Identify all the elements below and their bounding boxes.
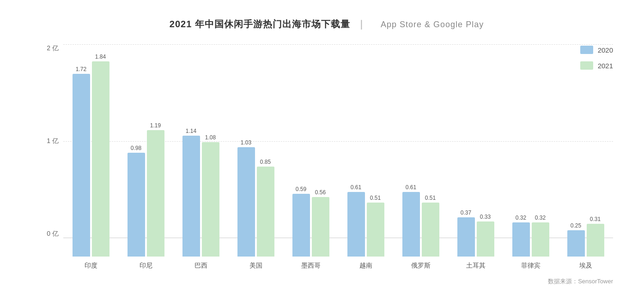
bar-value-2021: 1.84 [95, 54, 106, 60]
bar-2021 [92, 61, 109, 257]
title-separator: ｜ [357, 19, 366, 29]
bar-value-2021: 0.51 [370, 195, 381, 201]
chart-container: 2021 年中国休闲手游热门出海市场下载量 ｜ App Store & Goog… [12, 9, 632, 290]
chart-area: 2 亿 1 亿 0 亿 1.721.840.981.191.141.081.03… [40, 44, 613, 257]
bar-wrapper-2021: 0.85 [257, 44, 274, 257]
bar-wrapper-2020: 0.61 [347, 44, 365, 257]
bar-group: 0.981.19 [118, 44, 173, 257]
x-labels: 印度印尼巴西美国墨西哥越南俄罗斯土耳其菲律宾埃及 [63, 262, 613, 270]
data-source: 数据来源：SensorTower [548, 277, 613, 286]
bar-value-2020: 0.98 [131, 145, 141, 151]
bar-2020 [457, 217, 475, 257]
bar-wrapper-2020: 0.59 [292, 44, 310, 257]
bar-wrapper-2021: 0.56 [312, 44, 329, 257]
x-label-越南: 越南 [338, 262, 393, 270]
chart-inner: 1.721.840.981.191.141.081.030.850.590.56… [63, 44, 613, 257]
bar-wrapper-2020: 0.25 [567, 44, 585, 257]
bar-wrapper-2021: 1.08 [202, 44, 219, 257]
y-label-bot: 0 亿 [47, 230, 59, 238]
bar-value-2020: 1.72 [76, 66, 86, 72]
bar-2021 [587, 224, 604, 257]
bar-group: 1.030.85 [228, 44, 283, 257]
bar-value-2021: 0.51 [425, 195, 436, 201]
x-label-土耳其: 土耳其 [448, 262, 503, 270]
x-label-埃及: 埃及 [558, 262, 613, 270]
bar-value-2021: 0.31 [590, 216, 601, 222]
bar-2021 [422, 203, 439, 257]
bar-group: 0.610.51 [393, 44, 448, 257]
bar-value-2021: 0.56 [315, 189, 326, 196]
bar-wrapper-2020: 0.61 [402, 44, 420, 257]
bar-2021 [532, 222, 549, 257]
bar-2020 [128, 153, 145, 257]
bar-wrapper-2020: 0.37 [457, 44, 475, 257]
bar-group: 1.721.84 [63, 44, 118, 257]
x-label-印度: 印度 [63, 262, 118, 270]
bar-value-2020: 1.03 [241, 139, 251, 146]
bar-2021 [367, 203, 384, 257]
bar-2020 [567, 230, 585, 257]
title-main: 2021 年中国休闲手游热门出海市场下载量 [170, 19, 350, 29]
bar-2020 [182, 136, 200, 257]
bar-value-2020: 1.14 [186, 128, 196, 134]
bar-wrapper-2021: 0.33 [477, 44, 494, 257]
bar-group: 0.590.56 [283, 44, 338, 257]
bar-wrapper-2021: 0.31 [587, 44, 604, 257]
bar-value-2020: 0.59 [296, 186, 306, 192]
bar-2021 [147, 130, 164, 257]
bar-wrapper-2020: 1.72 [73, 44, 90, 257]
bar-value-2021: 0.85 [260, 159, 271, 165]
bar-2021 [202, 142, 219, 257]
bar-value-2021: 0.32 [535, 215, 546, 221]
bar-wrapper-2020: 1.03 [237, 44, 255, 257]
bar-wrapper-2021: 0.51 [422, 44, 439, 257]
bar-value-2020: 0.61 [406, 184, 416, 191]
bar-wrapper-2020: 0.98 [128, 44, 145, 257]
bar-2020 [292, 194, 310, 257]
bar-value-2021: 0.33 [480, 214, 491, 220]
bar-wrapper-2021: 0.51 [367, 44, 384, 257]
x-axis: 印度印尼巴西美国墨西哥越南俄罗斯土耳其菲律宾埃及 [40, 257, 613, 275]
bar-2020 [73, 74, 90, 257]
bar-group: 1.141.08 [173, 44, 228, 257]
bar-value-2021: 1.08 [205, 134, 216, 141]
bar-wrapper-2020: 0.32 [512, 44, 530, 257]
bar-group: 0.370.33 [448, 44, 503, 257]
bar-value-2021: 1.19 [150, 122, 161, 129]
x-label-俄罗斯: 俄罗斯 [393, 262, 448, 270]
bar-value-2020: 0.61 [351, 184, 361, 191]
x-label-墨西哥: 墨西哥 [283, 262, 338, 270]
bar-2020 [237, 147, 255, 257]
x-label-巴西: 巴西 [173, 262, 228, 270]
bar-2020 [512, 222, 530, 257]
bar-wrapper-2021: 1.19 [147, 44, 164, 257]
bar-2020 [402, 192, 420, 257]
y-label-mid: 1 亿 [47, 137, 59, 145]
bar-wrapper-2021: 0.32 [532, 44, 549, 257]
x-label-菲律宾: 菲律宾 [503, 262, 558, 270]
bar-2021 [257, 167, 274, 257]
bar-group: 0.320.32 [503, 44, 558, 257]
bar-wrapper-2021: 1.84 [92, 44, 109, 257]
title-subtitle: App Store & Google Play [381, 20, 484, 29]
chart-title: 2021 年中国休闲手游热门出海市场下载量 ｜ App Store & Goog… [40, 18, 613, 30]
x-label-印尼: 印尼 [118, 262, 173, 270]
bar-2021 [477, 221, 494, 257]
y-label-top: 2 亿 [47, 44, 59, 53]
y-axis: 2 亿 1 亿 0 亿 [40, 44, 63, 257]
bars-area: 1.721.840.981.191.141.081.030.850.590.56… [63, 44, 613, 257]
bar-2020 [347, 192, 365, 257]
bar-value-2020: 0.25 [571, 222, 581, 229]
x-label-美国: 美国 [228, 262, 283, 270]
bar-group: 0.610.51 [338, 44, 393, 257]
bar-value-2020: 0.37 [461, 209, 471, 216]
bar-value-2020: 0.32 [516, 215, 526, 221]
bar-group: 0.250.31 [558, 44, 613, 257]
bar-wrapper-2020: 1.14 [182, 44, 200, 257]
bar-2021 [312, 197, 329, 257]
